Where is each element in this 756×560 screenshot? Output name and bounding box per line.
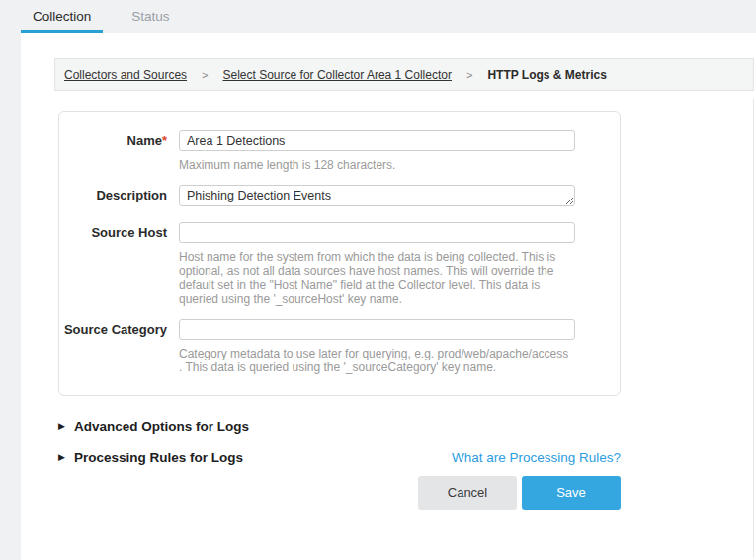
name-help-text: Maximum name length is 128 characters. bbox=[179, 158, 571, 173]
required-asterisk: * bbox=[162, 133, 167, 148]
triangle-right-icon: ▶ bbox=[58, 422, 65, 431]
description-textarea[interactable]: Phishing Detection Events bbox=[179, 185, 575, 206]
advanced-options-toggle[interactable]: ▶ Advanced Options for Logs bbox=[58, 419, 249, 434]
processing-rules-row: ▶ Processing Rules for Logs What are Pro… bbox=[58, 450, 621, 465]
breadcrumb: Collectors and Sources > Select Source f… bbox=[54, 58, 754, 91]
source-category-label: Source Category bbox=[59, 319, 167, 375]
breadcrumb-collectors-and-sources[interactable]: Collectors and Sources bbox=[64, 68, 187, 82]
source-host-label: Source Host bbox=[59, 222, 167, 307]
source-host-input[interactable] bbox=[179, 222, 575, 243]
processing-rules-toggle[interactable]: ▶ Processing Rules for Logs bbox=[58, 450, 243, 465]
name-label: Name* bbox=[59, 130, 167, 173]
save-button[interactable]: Save bbox=[522, 476, 621, 510]
source-form-card: Name* Maximum name length is 128 charact… bbox=[58, 111, 621, 396]
tab-collection-label: Collection bbox=[33, 9, 91, 24]
form-actions: Cancel Save bbox=[58, 476, 621, 510]
tab-collection[interactable]: Collection bbox=[21, 0, 103, 33]
name-input[interactable] bbox=[179, 130, 575, 151]
source-host-help-text: Host name for the system from which the … bbox=[179, 250, 571, 307]
breadcrumb-separator: > bbox=[202, 69, 208, 81]
advanced-options-row: ▶ Advanced Options for Logs bbox=[58, 419, 621, 434]
breadcrumb-separator: > bbox=[466, 69, 472, 81]
triangle-right-icon: ▶ bbox=[58, 453, 65, 462]
right-edge-divider bbox=[753, 99, 754, 558]
processing-rules-title: Processing Rules for Logs bbox=[74, 450, 243, 465]
name-row: Name* Maximum name length is 128 charact… bbox=[59, 130, 620, 173]
cancel-button[interactable]: Cancel bbox=[418, 476, 517, 510]
source-config-screen: Collection Status Collectors and Sources… bbox=[0, 0, 756, 560]
collapsible-sections: ▶ Advanced Options for Logs ▶ Processing… bbox=[58, 419, 621, 510]
source-host-row: Source Host Host name for the system fro… bbox=[59, 222, 620, 307]
breadcrumb-select-source[interactable]: Select Source for Collector Area 1 Colle… bbox=[223, 68, 452, 82]
advanced-options-title: Advanced Options for Logs bbox=[74, 419, 249, 434]
source-category-row: Source Category Category metadata to use… bbox=[59, 319, 620, 375]
breadcrumb-current-page: HTTP Logs & Metrics bbox=[487, 68, 606, 82]
source-category-help-text: Category metadata to use later for query… bbox=[179, 347, 571, 375]
tab-status[interactable]: Status bbox=[120, 0, 181, 33]
tab-status-label: Status bbox=[131, 9, 169, 24]
content-panel: Collectors and Sources > Select Source f… bbox=[21, 33, 756, 560]
description-label: Description bbox=[59, 185, 167, 210]
source-category-input[interactable] bbox=[179, 319, 575, 340]
description-row: Description Phishing Detection Events bbox=[59, 185, 620, 210]
what-are-processing-rules-link[interactable]: What are Processing Rules? bbox=[452, 450, 621, 465]
tab-bar: Collection Status bbox=[21, 0, 182, 33]
